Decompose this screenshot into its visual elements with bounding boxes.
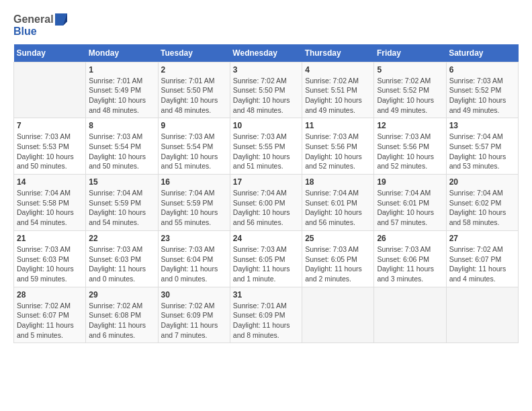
day-info: Sunrise: 7:03 AM Sunset: 5:56 PM Dayligh… xyxy=(377,132,443,171)
day-number: 30 xyxy=(161,290,227,300)
day-number: 31 xyxy=(233,290,299,300)
day-number: 25 xyxy=(305,234,371,243)
calendar-cell xyxy=(374,287,446,343)
day-number: 12 xyxy=(377,121,443,130)
day-info: Sunrise: 7:04 AM Sunset: 5:59 PM Dayligh… xyxy=(161,188,227,228)
calendar-week-4: 21Sunrise: 7:03 AM Sunset: 6:03 PM Dayli… xyxy=(14,230,519,287)
calendar-cell: 2Sunrise: 7:01 AM Sunset: 5:50 PM Daylig… xyxy=(158,62,230,118)
calendar-cell xyxy=(302,287,374,343)
header-wednesday: Wednesday xyxy=(230,44,302,62)
day-info: Sunrise: 7:03 AM Sunset: 6:04 PM Dayligh… xyxy=(161,244,227,284)
calendar-cell: 21Sunrise: 7:03 AM Sunset: 6:03 PM Dayli… xyxy=(14,230,86,287)
logo: General Blue xyxy=(13,13,67,38)
calendar-cell: 27Sunrise: 7:02 AM Sunset: 6:07 PM Dayli… xyxy=(446,230,518,287)
day-number: 22 xyxy=(89,234,154,243)
calendar-cell xyxy=(446,287,518,343)
calendar-cell: 26Sunrise: 7:03 AM Sunset: 6:06 PM Dayli… xyxy=(374,230,446,287)
page-header: General Blue xyxy=(13,13,519,38)
day-number: 19 xyxy=(377,177,443,187)
day-info: Sunrise: 7:03 AM Sunset: 6:03 PM Dayligh… xyxy=(89,244,154,284)
day-number: 4 xyxy=(305,65,371,75)
calendar-cell: 12Sunrise: 7:03 AM Sunset: 5:56 PM Dayli… xyxy=(374,118,446,175)
calendar-cell: 4Sunrise: 7:02 AM Sunset: 5:51 PM Daylig… xyxy=(302,62,374,118)
day-info: Sunrise: 7:02 AM Sunset: 5:52 PM Dayligh… xyxy=(377,76,443,116)
calendar-cell: 29Sunrise: 7:02 AM Sunset: 6:08 PM Dayli… xyxy=(86,287,158,343)
day-info: Sunrise: 7:02 AM Sunset: 6:09 PM Dayligh… xyxy=(161,301,227,340)
day-number: 2 xyxy=(161,65,227,75)
day-number: 26 xyxy=(377,234,443,243)
day-number: 23 xyxy=(161,234,227,243)
calendar-cell: 22Sunrise: 7:03 AM Sunset: 6:03 PM Dayli… xyxy=(86,230,158,287)
calendar-week-2: 7Sunrise: 7:03 AM Sunset: 5:53 PM Daylig… xyxy=(14,118,519,175)
header-tuesday: Tuesday xyxy=(158,44,230,62)
day-number: 3 xyxy=(233,65,299,75)
day-number: 18 xyxy=(305,177,371,187)
day-number: 1 xyxy=(89,65,154,75)
calendar-week-3: 14Sunrise: 7:04 AM Sunset: 5:58 PM Dayli… xyxy=(14,175,519,231)
day-info: Sunrise: 7:03 AM Sunset: 6:05 PM Dayligh… xyxy=(233,244,299,284)
day-number: 14 xyxy=(17,177,83,187)
calendar-cell: 7Sunrise: 7:03 AM Sunset: 5:53 PM Daylig… xyxy=(14,118,86,175)
day-info: Sunrise: 7:03 AM Sunset: 5:54 PM Dayligh… xyxy=(161,132,227,171)
day-number: 9 xyxy=(161,121,227,130)
day-number: 24 xyxy=(233,234,299,243)
calendar-cell: 20Sunrise: 7:04 AM Sunset: 6:02 PM Dayli… xyxy=(446,175,518,231)
day-number: 16 xyxy=(161,177,227,187)
logo-general: General xyxy=(13,13,54,26)
day-info: Sunrise: 7:03 AM Sunset: 6:03 PM Dayligh… xyxy=(17,244,83,284)
day-info: Sunrise: 7:03 AM Sunset: 5:52 PM Dayligh… xyxy=(449,76,515,116)
day-info: Sunrise: 7:03 AM Sunset: 5:53 PM Dayligh… xyxy=(17,132,83,171)
day-number: 8 xyxy=(89,121,154,130)
day-info: Sunrise: 7:02 AM Sunset: 5:51 PM Dayligh… xyxy=(305,76,371,116)
calendar-cell: 15Sunrise: 7:04 AM Sunset: 5:59 PM Dayli… xyxy=(86,175,158,231)
day-number: 17 xyxy=(233,177,299,187)
day-number: 15 xyxy=(89,177,154,187)
day-number: 7 xyxy=(17,121,83,130)
calendar-cell: 19Sunrise: 7:04 AM Sunset: 6:01 PM Dayli… xyxy=(374,175,446,231)
day-info: Sunrise: 7:03 AM Sunset: 5:54 PM Dayligh… xyxy=(89,132,154,171)
day-info: Sunrise: 7:03 AM Sunset: 6:05 PM Dayligh… xyxy=(305,244,371,284)
day-info: Sunrise: 7:04 AM Sunset: 6:01 PM Dayligh… xyxy=(305,188,371,228)
calendar-cell: 5Sunrise: 7:02 AM Sunset: 5:52 PM Daylig… xyxy=(374,62,446,118)
day-info: Sunrise: 7:03 AM Sunset: 6:06 PM Dayligh… xyxy=(377,244,443,284)
day-info: Sunrise: 7:04 AM Sunset: 5:59 PM Dayligh… xyxy=(89,188,154,228)
header-thursday: Thursday xyxy=(302,44,374,62)
calendar-cell: 1Sunrise: 7:01 AM Sunset: 5:49 PM Daylig… xyxy=(86,62,158,118)
day-info: Sunrise: 7:01 AM Sunset: 5:50 PM Dayligh… xyxy=(161,76,227,116)
calendar-cell: 30Sunrise: 7:02 AM Sunset: 6:09 PM Dayli… xyxy=(158,287,230,343)
day-info: Sunrise: 7:03 AM Sunset: 5:56 PM Dayligh… xyxy=(305,132,371,171)
day-info: Sunrise: 7:02 AM Sunset: 6:08 PM Dayligh… xyxy=(89,301,154,340)
calendar-cell: 9Sunrise: 7:03 AM Sunset: 5:54 PM Daylig… xyxy=(158,118,230,175)
calendar-cell: 14Sunrise: 7:04 AM Sunset: 5:58 PM Dayli… xyxy=(14,175,86,231)
day-info: Sunrise: 7:01 AM Sunset: 5:49 PM Dayligh… xyxy=(89,76,154,116)
calendar-header-row: SundayMondayTuesdayWednesdayThursdayFrid… xyxy=(14,44,519,62)
day-info: Sunrise: 7:02 AM Sunset: 6:07 PM Dayligh… xyxy=(449,244,515,284)
day-number: 27 xyxy=(449,234,515,243)
day-info: Sunrise: 7:04 AM Sunset: 5:58 PM Dayligh… xyxy=(17,188,83,228)
logo-blue: Blue xyxy=(13,26,67,38)
calendar-cell: 6Sunrise: 7:03 AM Sunset: 5:52 PM Daylig… xyxy=(446,62,518,118)
day-info: Sunrise: 7:04 AM Sunset: 5:57 PM Dayligh… xyxy=(449,132,515,171)
day-number: 5 xyxy=(377,65,443,75)
day-info: Sunrise: 7:02 AM Sunset: 5:50 PM Dayligh… xyxy=(233,76,299,116)
day-info: Sunrise: 7:03 AM Sunset: 5:55 PM Dayligh… xyxy=(233,132,299,171)
day-number: 29 xyxy=(89,290,154,300)
day-number: 20 xyxy=(449,177,515,187)
calendar-cell: 8Sunrise: 7:03 AM Sunset: 5:54 PM Daylig… xyxy=(86,118,158,175)
calendar-cell: 25Sunrise: 7:03 AM Sunset: 6:05 PM Dayli… xyxy=(302,230,374,287)
calendar-week-5: 28Sunrise: 7:02 AM Sunset: 6:07 PM Dayli… xyxy=(14,287,519,343)
calendar-cell: 24Sunrise: 7:03 AM Sunset: 6:05 PM Dayli… xyxy=(230,230,302,287)
logo-icon xyxy=(55,13,67,26)
day-number: 10 xyxy=(233,121,299,130)
day-number: 6 xyxy=(449,65,515,75)
calendar-table: SundayMondayTuesdayWednesdayThursdayFrid… xyxy=(13,44,519,344)
calendar-cell xyxy=(14,62,86,118)
day-info: Sunrise: 7:04 AM Sunset: 6:01 PM Dayligh… xyxy=(377,188,443,228)
calendar-cell: 23Sunrise: 7:03 AM Sunset: 6:04 PM Dayli… xyxy=(158,230,230,287)
calendar-cell: 16Sunrise: 7:04 AM Sunset: 5:59 PM Dayli… xyxy=(158,175,230,231)
calendar-week-1: 1Sunrise: 7:01 AM Sunset: 5:49 PM Daylig… xyxy=(14,62,519,118)
day-number: 28 xyxy=(17,290,83,300)
header-saturday: Saturday xyxy=(446,44,518,62)
header-friday: Friday xyxy=(374,44,446,62)
header-monday: Monday xyxy=(86,44,158,62)
